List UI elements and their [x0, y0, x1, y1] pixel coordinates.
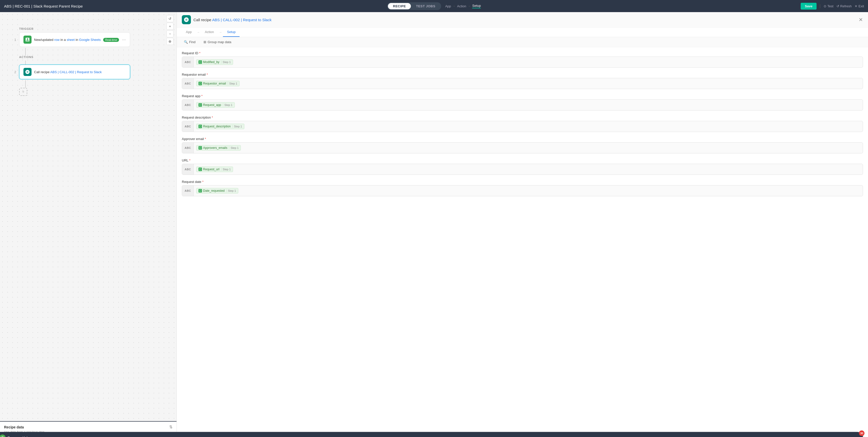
topbar-actions: Save | ⊙ Test ↺ Refresh ✕ Exit: [801, 3, 864, 9]
add-step-button[interactable]: +: [19, 88, 27, 96]
topbar: ABS | REC-001 | Slack Request Parent Rec…: [0, 0, 868, 12]
chip-step-request_date: Step 1: [226, 189, 236, 192]
field-chip-request_description[interactable]: Request_description Step 1: [196, 124, 244, 129]
field-type-request_id: ABC: [182, 57, 194, 67]
chip-step-request_description: Step 1: [232, 125, 242, 128]
breadcrumb-arrow2: →: [468, 4, 471, 8]
panel-tabs: App → Action → Setup: [177, 28, 868, 37]
field-input-request_app[interactable]: ABC Request_app Step 1: [182, 99, 863, 111]
field-label-request_app: Request app *: [182, 94, 863, 98]
chip-step-url: Step 1: [221, 168, 231, 171]
panel-tab-app[interactable]: App: [182, 28, 196, 37]
tab-test-jobs[interactable]: TEST JOBS: [411, 3, 440, 9]
actions-label: ACTIONS: [19, 56, 34, 59]
step1-text: New/updated row in a sheet in Google She…: [34, 38, 120, 41]
chip-icon-request_app: [198, 103, 202, 107]
chip-name-request_date: Date_requested: [203, 189, 224, 193]
field-chip-request_date[interactable]: Date_requested Step 1: [196, 188, 238, 194]
field-type-requestor_email: ABC: [182, 78, 194, 89]
search-icon: 🔍: [184, 40, 188, 44]
step2-icon: [24, 68, 32, 76]
panel-header: Call recipe ABS | CALL-002 | Request to …: [177, 12, 868, 28]
canvas-fit-btn[interactable]: ⊕: [166, 38, 174, 45]
step1-more[interactable]: ···: [122, 37, 126, 42]
field-label-url: URL *: [182, 158, 863, 162]
breadcrumb-app[interactable]: App: [445, 4, 451, 8]
tab-group: RECIPE TEST JOBS: [387, 2, 441, 10]
chip-icon-url: [198, 168, 202, 171]
panel-tab-action[interactable]: Action: [201, 28, 218, 37]
chip-name-url: Request_url: [203, 168, 219, 171]
panel-close-button[interactable]: ✕: [859, 17, 863, 23]
field-content-request_id: Modified_by Step 1: [194, 57, 863, 67]
field-chip-approver_email[interactable]: Approvers_emails Step 1: [196, 145, 241, 151]
step1-row: 1 New/updated row in a sheet in Google S…: [10, 32, 130, 47]
chip-name-requestor_email: Requestor_email: [203, 82, 226, 85]
breadcrumb-setup[interactable]: Setup: [472, 4, 481, 8]
field-request_id: Request ID * ABC Modified_by Step 1: [182, 51, 863, 68]
step2-text: Call recipe ABS | CALL-002 | Request to …: [34, 70, 126, 74]
canvas-controls: ↺ + − ⊕: [166, 15, 174, 45]
chip-name-request_description: Request_description: [203, 125, 230, 128]
recipe-data-header: Recipe data ⇅: [4, 425, 173, 430]
step2-number: 2: [10, 70, 16, 74]
canvas-zoom-in-btn[interactable]: +: [166, 23, 174, 30]
step1-icon: [24, 36, 32, 43]
chip-step-approver_email: Step 1: [229, 146, 239, 149]
recipe-data-toggle[interactable]: ⇅: [169, 425, 173, 430]
realtime-badge: Real-time: [103, 38, 119, 42]
field-input-approver_email[interactable]: ABC Approvers_emails Step 1: [182, 142, 863, 153]
field-content-request_date: Date_requested Step 1: [194, 185, 863, 196]
field-input-request_description[interactable]: ABC Request_description Step 1: [182, 121, 863, 132]
field-content-request_app: Request_app Step 1: [194, 100, 863, 110]
field-chip-requestor_email[interactable]: Requestor_email Step 1: [196, 81, 240, 86]
field-chip-request_app[interactable]: Request_app Step 1: [196, 102, 235, 108]
group-icon: ⊞: [204, 40, 206, 44]
group-map-button[interactable]: ⊞ Group map data: [202, 39, 233, 45]
main-layout: ↺ + − ⊕ TRIGGER 1 New/updated row in: [0, 12, 868, 437]
chip-icon-approver_email: [198, 146, 202, 150]
field-label-requestor_email: Requestor email *: [182, 73, 863, 77]
chip-icon-request_id: [198, 60, 202, 64]
breadcrumb-arrow1: →: [453, 4, 456, 8]
field-chip-request_id[interactable]: Modified_by Step 1: [196, 59, 233, 65]
resource-hub-button[interactable]: 30 ? Resource Hub: [0, 432, 863, 437]
canvas-zoom-out-btn[interactable]: −: [166, 30, 174, 37]
field-label-request_date: Request date *: [182, 180, 863, 184]
field-chip-url[interactable]: Request_url Step 1: [196, 167, 233, 172]
field-input-requestor_email[interactable]: ABC Requestor_email Step 1: [182, 78, 863, 89]
connector1: [25, 48, 26, 56]
field-type-request_date: ABC: [182, 185, 194, 196]
step1-number: 1: [10, 38, 16, 41]
step2-row: 2 Call recipe ABS | CALL-002 | Request t…: [10, 65, 130, 79]
field-approver_email: Approver email * ABC Approvers_emails St…: [182, 137, 863, 153]
test-button[interactable]: ⊙ Test: [824, 4, 833, 8]
step2-card[interactable]: Call recipe ABS | CALL-002 | Request to …: [19, 65, 130, 79]
field-input-request_id[interactable]: ABC Modified_by Step 1: [182, 57, 863, 68]
step1-card[interactable]: New/updated row in a sheet in Google She…: [19, 32, 130, 47]
field-label-request_description: Request description *: [182, 116, 863, 119]
save-button[interactable]: Save: [801, 3, 816, 9]
field-input-url[interactable]: ABC Request_url Step 1: [182, 164, 863, 175]
canvas-refresh-btn[interactable]: ↺: [166, 15, 174, 22]
chip-name-approver_email: Approvers_emails: [203, 146, 227, 150]
chip-step-request_id: Step 1: [221, 61, 231, 64]
breadcrumb-action[interactable]: Action: [457, 4, 466, 8]
recipe-data-title: Recipe data: [4, 425, 24, 429]
chip-icon-request_description: [198, 125, 202, 128]
exit-button[interactable]: ✕ Exit: [855, 4, 864, 8]
field-type-request_description: ABC: [182, 121, 194, 132]
recipe-title: ABS | REC-001 | Slack Request Parent Rec…: [4, 4, 83, 8]
connector2: [25, 61, 26, 65]
panel-tab-setup[interactable]: Setup: [223, 28, 240, 37]
tab-recipe[interactable]: RECIPE: [388, 3, 411, 9]
panel-content: Request ID * ABC Modified_by Step 1 Requ…: [177, 47, 868, 437]
find-button[interactable]: 🔍 Find: [182, 39, 197, 45]
chip-step-requestor_email: Step 1: [228, 82, 237, 85]
field-input-request_date[interactable]: ABC Date_requested Step 1: [182, 185, 863, 196]
trigger-label: TRIGGER: [19, 27, 34, 30]
panel-icon: [182, 15, 191, 24]
refresh-button[interactable]: ↺ Refresh: [836, 4, 852, 8]
field-url: URL * ABC Request_url Step 1: [182, 158, 863, 175]
field-label-approver_email: Approver email *: [182, 137, 863, 141]
